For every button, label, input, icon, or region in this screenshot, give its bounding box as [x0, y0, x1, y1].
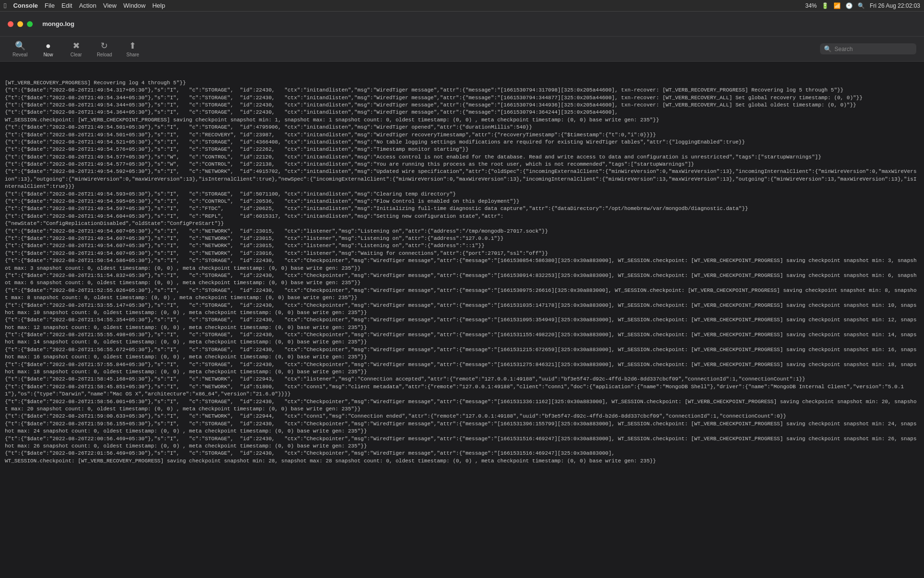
log-line: {"t":{"$date":"2022-08-26T21:49:54.577+0… — [4, 161, 920, 168]
reload-button[interactable]: ↻ Reload — [92, 39, 117, 59]
log-line: {"t":{"$date":"2022-08-26T21:49:54.607+0… — [4, 250, 920, 257]
reveal-label: Reveal — [13, 52, 27, 57]
log-area[interactable]: [WT_VERB_RECOVERY_PROGRESS] Recovering l… — [0, 62, 924, 578]
log-line: {"t":{"$date":"2022-08-26T21:55:55.498+0… — [4, 331, 920, 346]
wifi-icon: 📶 — [834, 2, 841, 9]
log-line: {"t":{"$date":"2022-08-26T21:49:54.344+0… — [4, 94, 920, 102]
search-icon: 🔍 — [824, 45, 832, 53]
menubar:  Console File Edit Action View Window H… — [0, 0, 924, 12]
log-line: {"t":{"$date":"2022-08-26T21:49:54.607+0… — [4, 228, 920, 235]
clear-label: Clear — [70, 52, 82, 57]
log-line: {"t":{"$date":"2022-08-26T21:49:54.592+0… — [4, 168, 920, 190]
log-line: {"t":{"$date":"2022-08-26T21:50:54.586+0… — [4, 257, 920, 272]
log-line: {"t":{"$date":"2022-08-26T21:49:54.364+0… — [4, 109, 920, 116]
now-button[interactable]: ● Now — [36, 39, 60, 59]
log-line: {"t":{"$date":"2022-08-26T21:49:54.607+0… — [4, 242, 920, 250]
log-line: [WT_VERB_RECOVERY_PROGRESS] Recovering l… — [4, 79, 920, 87]
reveal-icon: 🔍 — [15, 40, 26, 51]
close-button[interactable] — [8, 21, 13, 27]
titlebar: mongo.log — [0, 12, 924, 37]
log-line: {"t":{"$date":"2022-08-26T21:49:54.595+0… — [4, 198, 920, 205]
log-line: WT_SESSION.checkpoint: [WT_VERB_CHECKPOI… — [4, 117, 920, 124]
log-line: {"t":{"$date":"2022-08-26T21:57:55.846+0… — [4, 361, 920, 376]
menu-view[interactable]: View — [103, 2, 116, 9]
share-button[interactable]: ⬆ Share — [121, 39, 145, 59]
log-line: {"t":{"$date":"2022-08-26T21:54:55.354+0… — [4, 316, 920, 331]
log-line: {"t":{"$date":"2022-08-26T21:59:56.155+0… — [4, 420, 920, 435]
log-line: {"t":{"$date":"2022-08-26T21:49:54.501+0… — [4, 131, 920, 139]
log-line: {"t":{"$date":"2022-08-26T21:49:54.501+0… — [4, 124, 920, 131]
log-line: {"t":{"$date":"2022-08-26T21:58:56.001+0… — [4, 398, 920, 413]
log-line: WT_SESSION.checkpoint: [WT_VERB_RECOVERY… — [4, 458, 920, 465]
log-line: {"t":{"$date":"2022-08-26T21:59:00.633+0… — [4, 413, 920, 420]
log-line: {"t":{"$date":"2022-08-26T21:49:54.604+0… — [4, 213, 920, 220]
log-line: {"newState":"ConfigReplicationDisabled",… — [4, 220, 920, 227]
log-line: {"t":{"$date":"2022-08-26T22:01:56.469+0… — [4, 450, 920, 457]
log-line: {"t":{"$date":"2022-08-26T21:56:55.672+0… — [4, 346, 920, 361]
menubar-right: 34% 🔋 📶 🕙 🔍 Fri 26 Aug 22:02:03 — [805, 0, 920, 12]
log-line: {"t":{"$date":"2022-08-26T21:49:54.593+0… — [4, 191, 920, 198]
now-icon: ● — [46, 41, 51, 51]
clock-icon: 🕙 — [846, 2, 853, 9]
log-line: {"t":{"$date":"2022-08-26T21:49:54.597+0… — [4, 205, 920, 212]
share-label: Share — [127, 52, 140, 57]
reload-label: Reload — [97, 52, 112, 57]
search-menubar-icon[interactable]: 🔍 — [858, 2, 865, 9]
apple-menu[interactable]:  — [4, 1, 6, 10]
toolbar: 🔍 Reveal ● Now ✖ Clear ↻ Reload ⬆ Share … — [0, 37, 924, 62]
search-input[interactable] — [834, 46, 912, 53]
battery-percentage: 34% — [805, 2, 817, 9]
log-line: {"t":{"$date":"2022-08-26T21:51:54.832+0… — [4, 272, 920, 287]
log-line: {"t":{"$date":"2022-08-26T21:52:55.026+0… — [4, 287, 920, 302]
menu-help[interactable]: Help — [152, 2, 165, 9]
log-line: {"t":{"$date":"2022-08-26T21:58:45.168+0… — [4, 376, 920, 383]
menubar-left:  Console File Edit Action View Window H… — [4, 1, 165, 10]
log-line: {"t":{"$date":"2022-08-26T21:49:54.577+0… — [4, 154, 920, 161]
clear-icon: ✖ — [73, 40, 80, 51]
maximize-button[interactable] — [27, 21, 33, 27]
console-window: mongo.log 🔍 Reveal ● Now ✖ Clear ↻ Reloa… — [0, 12, 924, 578]
log-line: {"t":{"$date":"2022-08-26T21:49:54.521+0… — [4, 139, 920, 146]
menu-action[interactable]: Action — [79, 2, 96, 9]
share-icon: ⬆ — [129, 40, 136, 51]
reload-icon: ↻ — [101, 40, 108, 51]
log-line: {"t":{"$date":"2022-08-26T22:00:56.469+0… — [4, 435, 920, 450]
menu-edit[interactable]: Edit — [62, 2, 72, 9]
now-label: Now — [43, 52, 53, 57]
minimize-button[interactable] — [17, 21, 23, 27]
search-bar[interactable]: 🔍 — [820, 43, 916, 54]
log-line: {"t":{"$date":"2022-08-26T21:49:54.344+0… — [4, 102, 920, 109]
datetime-display: Fri 26 Aug 22:02:03 — [870, 2, 920, 9]
reveal-button[interactable]: 🔍 Reveal — [8, 39, 32, 59]
battery-icon: 🔋 — [821, 2, 829, 9]
log-line: {"t":{"$date":"2022-08-26T21:49:54.607+0… — [4, 235, 920, 242]
log-line: {"t":{"$date":"2022-08-26T21:53:55.147+0… — [4, 302, 920, 317]
clear-button[interactable]: ✖ Clear — [64, 39, 88, 59]
log-line: {"t":{"$date":"2022-08-26T21:49:54.576+0… — [4, 146, 920, 153]
menu-console[interactable]: Console — [13, 2, 38, 9]
log-line: {"t":{"$date":"2022-08-26T21:49:54.317+0… — [4, 87, 920, 94]
menu-file[interactable]: File — [45, 2, 55, 9]
window-controls — [8, 21, 33, 27]
window-title: mongo.log — [42, 20, 74, 27]
log-line: {"t":{"$date":"2022-08-26T21:58:45.851+0… — [4, 383, 920, 398]
menu-window[interactable]: Window — [123, 2, 145, 9]
